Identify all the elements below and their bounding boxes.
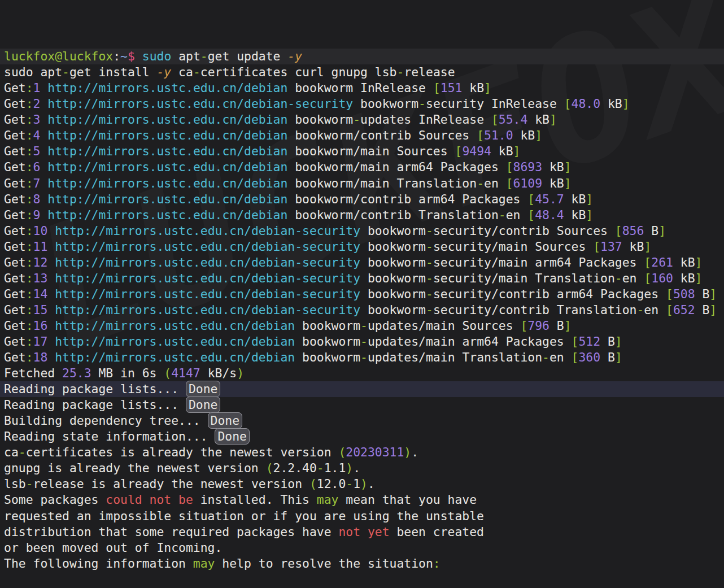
text-segment: en	[506, 208, 528, 222]
text-segment: en	[644, 303, 666, 317]
terminal-line: Get:17 http://mirrors.ustc.edu.cn/debian…	[0, 334, 724, 350]
text-segment: bookworm	[360, 271, 426, 285]
text-segment: (	[338, 445, 346, 459]
text-segment: 2	[33, 97, 41, 111]
text-segment: bookworm	[295, 350, 360, 364]
text-segment: 151	[440, 81, 463, 95]
text-segment: http://mirrors.ustc.edu.cn/debian-securi…	[55, 224, 360, 238]
text-segment: :	[26, 319, 33, 333]
text-segment	[40, 176, 47, 190]
text-segment: 160	[651, 271, 673, 285]
terminal[interactable]: LUCKFOX luckfox@luckfox:~$ sudo apt-get …	[0, 0, 724, 588]
text-segment: may	[193, 556, 215, 570]
text-segment: ]	[564, 319, 572, 333]
text-segment: 18	[33, 350, 48, 364]
text-segment: 9494	[462, 144, 491, 158]
terminal-line: Get:2 http://mirrors.ustc.edu.cn/debian-…	[0, 96, 724, 112]
text-segment: ]	[709, 287, 717, 301]
text-segment: [	[527, 208, 535, 222]
text-segment: Get	[4, 303, 26, 317]
text-segment: 9	[33, 208, 41, 222]
text-segment: 48.4	[535, 208, 564, 222]
text-segment: )	[404, 445, 411, 459]
text-segment: kB	[462, 81, 484, 95]
text-segment: gnupg is already the newest version	[4, 461, 266, 475]
text-segment: ]	[695, 255, 703, 269]
text-segment: Reading package lists...	[4, 382, 186, 396]
text-segment: Get	[4, 319, 26, 333]
text-segment: bookworm	[360, 287, 426, 301]
text-segment: $	[128, 49, 135, 63]
text-segment: http://mirrors.ustc.edu.cn/debian	[47, 112, 287, 127]
text-segment: 11	[33, 239, 48, 254]
terminal-line: distribution that some required packages…	[0, 524, 724, 540]
text-segment: Get	[4, 271, 26, 285]
text-segment: 1	[33, 81, 41, 95]
text-segment: updates/main arm64 Packages	[368, 334, 572, 349]
text-segment: -	[426, 224, 433, 238]
text-segment: -	[346, 477, 353, 491]
text-segment: (	[164, 366, 171, 380]
text-segment: 5	[33, 144, 41, 158]
text-segment	[47, 255, 55, 269]
text-segment	[47, 287, 55, 301]
text-segment: [	[572, 350, 579, 364]
text-segment	[40, 192, 47, 206]
text-segment: kB	[673, 255, 695, 269]
text-segment: 12	[33, 255, 48, 269]
terminal-line: requested an impossible situation or if …	[0, 508, 724, 524]
text-segment: [	[455, 144, 463, 158]
terminal-line: Get:3 http://mirrors.ustc.edu.cn/debian …	[0, 112, 724, 128]
text-segment: distribution that some required packages…	[4, 525, 338, 539]
terminal-line: Get:13 http://mirrors.ustc.edu.cn/debian…	[0, 271, 724, 286]
terminal-line: Get:11 http://mirrors.ustc.edu.cn/debian…	[0, 239, 724, 255]
text-segment: 512	[578, 334, 600, 349]
terminal-line: Get:18 http://mirrors.ustc.edu.cn/debian…	[0, 350, 724, 365]
text-segment: bookworm/contrib Sources	[287, 128, 477, 142]
text-segment: release is already the newest version	[33, 477, 309, 491]
text-segment: bookworm	[360, 303, 426, 317]
text-segment: -	[26, 477, 33, 491]
text-segment: -	[542, 350, 549, 364]
text-segment: 508	[673, 287, 695, 301]
text-segment: http://mirrors.ustc.edu.cn/debian	[47, 160, 287, 174]
terminal-output: luckfox@luckfox:~$ sudo apt-get update -…	[0, 49, 724, 588]
terminal-line: sudo apt-get install -y ca-certificates …	[0, 64, 724, 80]
text-segment: [	[644, 255, 651, 269]
text-segment: ]	[564, 160, 572, 174]
text-segment: not yet	[338, 525, 389, 539]
text-segment	[47, 239, 55, 254]
text-segment: -	[360, 334, 368, 349]
text-segment: certificates curl gnupg lsb	[200, 65, 397, 79]
text-segment: Some packages	[4, 493, 106, 507]
text-segment: get update	[208, 49, 288, 63]
text-segment: 16	[33, 319, 48, 333]
text-segment: http://mirrors.ustc.edu.cn/debian	[55, 319, 295, 333]
text-segment: bookworm	[295, 319, 360, 333]
text-segment: sudo apt	[4, 65, 62, 79]
text-segment: 856	[622, 224, 644, 238]
text-segment	[47, 303, 55, 317]
text-segment: Get	[4, 112, 26, 127]
text-segment: kB	[491, 144, 513, 158]
done-badge: Done	[208, 412, 243, 429]
text-segment: Get	[4, 144, 26, 158]
text-segment: sudo	[142, 49, 172, 63]
text-segment: .	[353, 461, 360, 475]
text-segment: B	[644, 224, 658, 238]
text-segment: could not be	[106, 493, 193, 507]
terminal-line: Get:12 http://mirrors.ustc.edu.cn/debian…	[0, 255, 724, 271]
terminal-line	[0, 572, 724, 587]
text-segment	[40, 81, 47, 95]
text-segment: 14	[33, 287, 48, 301]
text-segment: [	[644, 271, 651, 285]
text-segment: http://mirrors.ustc.edu.cn/debian	[47, 176, 287, 190]
text-segment: [	[527, 192, 535, 206]
text-segment: 12.0	[317, 477, 346, 491]
text-segment	[40, 144, 47, 158]
text-segment: :	[113, 49, 120, 63]
text-segment: http://mirrors.ustc.edu.cn/debian	[55, 350, 295, 364]
text-segment: B	[600, 334, 615, 349]
text-segment: ~	[120, 49, 128, 63]
text-segment: en	[622, 271, 644, 285]
